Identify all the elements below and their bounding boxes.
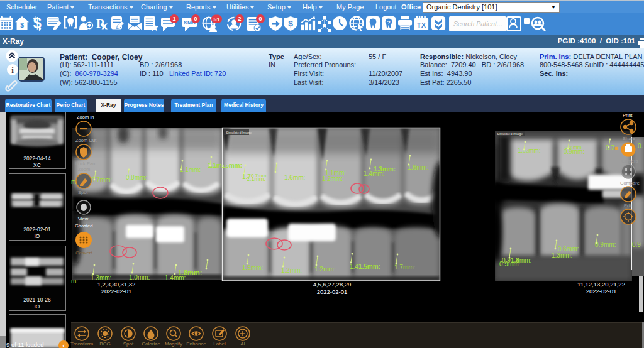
svg-text:11,12,13,20,21,22: 11,12,13,20,21,22 [577, 281, 625, 288]
svg-text:1.2mm:: 1.2mm: [314, 266, 335, 273]
svg-text:1.2mm:: 1.2mm: [281, 267, 302, 274]
svg-text:BCG: BCG [99, 341, 110, 347]
svg-text:0: 0 [258, 16, 262, 22]
svg-text:Simulated Image: Simulated Image [226, 131, 252, 134]
svg-text:0.9: 0.9 [632, 241, 641, 248]
svg-text:i: i [11, 65, 14, 75]
svg-text:1.3mm:: 1.3mm: [374, 166, 396, 173]
svg-text:2021-10-26: 2021-10-26 [23, 296, 51, 303]
svg-text:2022-02-01: 2022-02-01 [23, 226, 51, 232]
svg-text:Convert: Convert [75, 250, 92, 256]
svg-text:Zoom: Zoom [78, 166, 90, 172]
svg-text:?: ? [387, 19, 390, 26]
svg-text:Lock Pan: Lock Pan [75, 161, 95, 166]
svg-text:1.1mm:: 1.1mm: [180, 166, 201, 173]
svg-text:1.6mm:: 1.6mm: [284, 174, 305, 181]
svg-text:1.1m1.9mm:: 1.1m1.9mm: [208, 162, 242, 169]
svg-text:Spot: Spot [78, 190, 88, 195]
svg-text:0.7■: 0.7■ [606, 144, 618, 151]
svg-text:9 of 11 loaded: 9 of 11 loaded [6, 341, 44, 348]
svg-text:1.7mm:: 1.7mm: [394, 264, 415, 271]
svg-text:Compare: Compare [620, 180, 640, 186]
svg-text:m:: m: [71, 278, 78, 285]
svg-text:Share: Share [623, 136, 635, 141]
svg-text:2022-02-01: 2022-02-01 [586, 288, 617, 295]
svg-text:View: View [78, 216, 89, 222]
svg-text:51: 51 [213, 16, 219, 23]
svg-text:0.2 mm: 0.2 mm [565, 144, 582, 150]
svg-text:Zoom In: Zoom In [77, 114, 94, 120]
svg-text:2022-02-01: 2022-02-01 [101, 288, 132, 295]
svg-text:Magnify: Magnify [165, 341, 182, 347]
svg-text:Enhance: Enhance [186, 341, 206, 347]
svg-text:Ghosted: Ghosted [75, 223, 92, 229]
svg-text:Label: Label [213, 341, 226, 347]
svg-text:$: $ [20, 22, 24, 29]
svg-text:TX: TX [417, 21, 426, 29]
svg-text:XC: XC [33, 162, 41, 168]
svg-text:1.3mm:: 1.3mm: [91, 275, 111, 281]
svg-text:1.8mm:: 1.8mm: [178, 269, 203, 276]
svg-text:IO: IO [35, 303, 40, 310]
svg-text:1.2mm:: 1.2mm: [322, 175, 343, 182]
svg-text:0.9mm:: 0.9mm: [595, 241, 616, 248]
svg-text:Zoom Out: Zoom Out [75, 138, 97, 143]
svg-text:1.41.5mm:: 1.41.5mm: [350, 263, 380, 270]
svg-text:Transform: Transform [70, 341, 93, 347]
svg-text:1.3mm:: 1.3mm: [552, 252, 572, 259]
svg-text:Spot: Spot [123, 341, 134, 347]
svg-text:0.6mm:: 0.6mm: [558, 246, 579, 253]
svg-text:0: 0 [194, 16, 197, 22]
svg-text:1.6mm:: 1.6mm: [408, 164, 428, 171]
svg-text:AI: AI [240, 341, 245, 347]
svg-text:1.02mm:: 1.02mm: [518, 147, 541, 154]
svg-text:2: 2 [238, 16, 241, 22]
svg-text:‹: ‹ [62, 342, 65, 348]
svg-text:4,5,6,27,28,29: 4,5,6,27,28,29 [313, 281, 352, 288]
svg-text:Colorize: Colorize [142, 341, 160, 347]
svg-text:IO: IO [35, 233, 40, 239]
svg-text:0.: 0. [638, 143, 643, 150]
svg-text:Edit: Edit [624, 203, 633, 209]
svg-text:1.1mm:: 1.1mm: [247, 176, 265, 182]
svg-text:1: 1 [172, 16, 175, 22]
svg-text:1.5mm:: 1.5mm: [242, 264, 263, 271]
svg-text:1,2,3,30,31,32: 1,2,3,30,31,32 [97, 281, 136, 288]
svg-text:1.0mm:: 1.0mm: [129, 274, 150, 281]
svg-text:Camera: Camera [621, 158, 639, 164]
svg-text:2022-02-01: 2022-02-01 [317, 288, 348, 295]
svg-text:Print: Print [623, 112, 633, 118]
svg-text:Search Patient...: Search Patient... [453, 20, 502, 28]
svg-text:0.8mm:: 0.8mm: [126, 174, 147, 181]
svg-text:$: $ [288, 19, 293, 28]
svg-text:0.9mm:: 0.9mm: [499, 261, 520, 268]
svg-text:Simulated Image: Simulated Image [497, 132, 523, 136]
svg-text:2022-04-14: 2022-04-14 [23, 155, 51, 161]
